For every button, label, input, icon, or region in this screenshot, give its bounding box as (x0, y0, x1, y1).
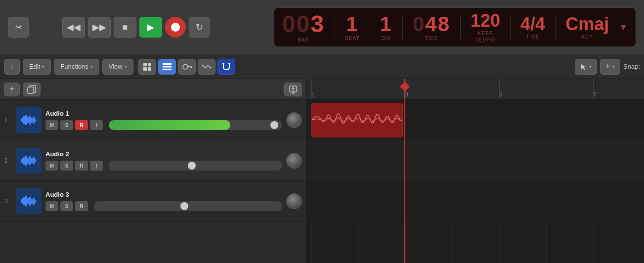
add-track-header-button[interactable]: + (4, 83, 20, 96)
svg-rect-31 (31, 158, 33, 163)
lcd-sep3 (402, 15, 403, 40)
track-icon[interactable] (16, 188, 42, 214)
lcd-tick-value: 048 (413, 14, 450, 35)
grid-line (311, 79, 312, 99)
lcd-sep6 (555, 15, 556, 40)
cursor-tool-button[interactable]: ▾ (575, 59, 597, 75)
grid-line (593, 79, 594, 99)
copy-track-button[interactable] (23, 83, 41, 96)
lcd-beat: 1 BEAT (345, 14, 359, 41)
play-button[interactable]: ▶ (139, 17, 162, 38)
svg-rect-36 (25, 196, 27, 206)
solo-button[interactable]: S (60, 120, 73, 130)
track-row: 1 Audio 1 M S R I (0, 100, 306, 140)
pan-knob[interactable] (286, 153, 302, 169)
waveform-icon (21, 113, 37, 127)
upload-button[interactable] (284, 83, 302, 96)
solo-button[interactable]: S (60, 161, 73, 171)
add-track-button[interactable]: + ▾ (600, 59, 621, 75)
edit-menu-button[interactable]: Edit ▾ (23, 59, 51, 75)
snap-view-button[interactable] (217, 59, 235, 75)
record-arm-button[interactable]: R (75, 201, 88, 211)
volume-slider[interactable] (94, 201, 282, 211)
view-menu-button[interactable]: View ▾ (102, 59, 133, 75)
svg-rect-34 (21, 199, 23, 203)
record-button[interactable] (165, 17, 186, 38)
svg-rect-19 (23, 116, 25, 124)
input-monitor-button[interactable]: I (90, 120, 103, 130)
mute-button[interactable]: M (45, 120, 58, 130)
wave-view-button[interactable] (198, 59, 215, 75)
tracks-canvas (306, 100, 644, 263)
rewind-button[interactable]: ◀◀ (62, 17, 85, 38)
svg-rect-0 (143, 63, 147, 66)
svg-rect-28 (25, 156, 27, 166)
track-icon[interactable] (16, 148, 42, 174)
record-icon (171, 23, 180, 32)
cycle-icon: ↻ (196, 22, 203, 33)
transport-bar: ✂ ◀◀ ▶▶ ■ ▶ ↻ 003 BAR 1 BE (0, 0, 644, 54)
volume-track (109, 161, 282, 171)
lcd-dropdown-button[interactable]: ▼ (619, 22, 628, 33)
pan-knob[interactable] (286, 193, 302, 209)
cycle-button[interactable]: ↻ (189, 17, 210, 38)
volume-slider[interactable] (109, 120, 282, 130)
svg-rect-27 (23, 157, 25, 165)
svg-rect-13 (28, 87, 34, 93)
grid-view-button[interactable] (138, 59, 156, 75)
clip-waveform-svg (312, 103, 402, 137)
input-monitor-button[interactable]: I (90, 161, 103, 171)
volume-slider[interactable] (109, 161, 282, 171)
timeline-ruler: 1 3 5 7 (306, 79, 644, 100)
svg-rect-32 (33, 157, 35, 164)
pan-knob[interactable] (286, 112, 302, 128)
solo-button[interactable]: S (60, 201, 73, 211)
lcd-time-value: 4/4 (520, 15, 545, 33)
lcd-display: 003 BAR 1 BEAT 1 DIV 048 TICK 120 KEEP T… (274, 7, 636, 47)
svg-rect-26 (21, 159, 23, 163)
play-icon: ▶ (147, 22, 154, 33)
scissors-icon: ✂ (15, 23, 22, 32)
forward-button[interactable]: ▶▶ (88, 17, 111, 38)
lcd-div-label: DIV (381, 36, 391, 41)
edit-chevron-icon: ▾ (42, 64, 44, 69)
track-info: Audio 2 M S R I (45, 150, 286, 171)
svg-rect-39 (31, 199, 33, 204)
magnet-icon (222, 63, 231, 71)
svg-rect-6 (163, 69, 172, 70)
mute-button[interactable]: M (45, 161, 58, 171)
svg-rect-24 (33, 117, 35, 124)
lcd-key: Cmaj KEY (565, 15, 609, 40)
arrangement-playhead (404, 100, 405, 263)
record-arm-button[interactable]: R (75, 161, 88, 171)
track-icon[interactable] (16, 107, 42, 133)
lcd-bar: 003 BAR (282, 12, 325, 43)
playhead-ruler-line (404, 79, 405, 99)
svg-rect-3 (148, 67, 151, 71)
audio-clip[interactable] (311, 103, 403, 137)
svg-rect-40 (33, 198, 35, 205)
track-row: 2 Audio 2 M S R I (0, 140, 306, 181)
svg-rect-41 (35, 200, 36, 203)
lcd-tempo-value: 120 (471, 12, 500, 30)
functions-menu-button[interactable]: Functions ▾ (54, 59, 99, 75)
lcd-div-value: 1 (380, 14, 392, 35)
stop-button[interactable]: ■ (114, 17, 136, 38)
key-icon (182, 63, 192, 71)
track-row: 3 Audio 3 M S R (0, 181, 306, 221)
key-view-button[interactable] (178, 59, 196, 75)
svg-rect-30 (29, 156, 31, 165)
scissors-button[interactable]: ✂ (8, 17, 29, 38)
arrangement-track-row (306, 100, 644, 140)
list-view-button[interactable] (158, 59, 176, 75)
track-controls: M S R (45, 201, 286, 211)
mute-button[interactable]: M (45, 201, 58, 211)
record-arm-button[interactable]: R (75, 120, 88, 130)
view-mode-icons (138, 59, 235, 75)
arrangement-track-row (306, 181, 644, 221)
track-number: 1 (0, 117, 12, 124)
add-icon: + (9, 84, 15, 94)
svg-rect-4 (163, 63, 172, 65)
back-button[interactable]: ↑ (4, 59, 20, 75)
lcd-tick-label: TICK (425, 36, 438, 41)
